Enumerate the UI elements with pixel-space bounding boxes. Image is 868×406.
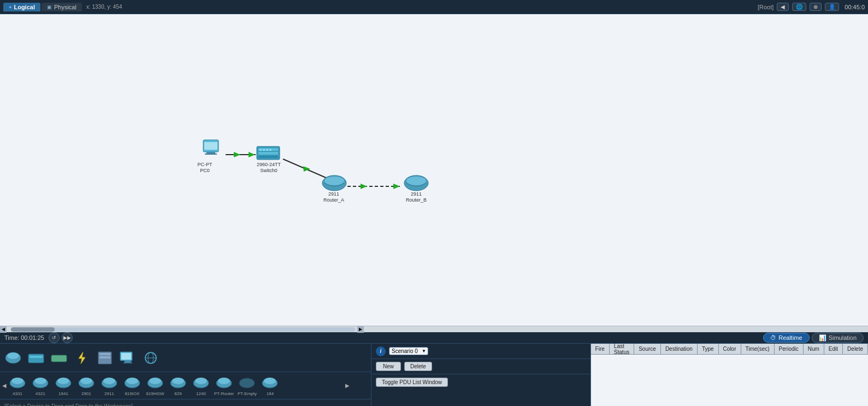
- simulation-icon: 📊: [819, 334, 826, 342]
- forward-time-button[interactable]: ▶▶: [62, 332, 73, 343]
- pdu-buttons-row: New Delete: [371, 359, 591, 374]
- svg-rect-19: [269, 149, 271, 151]
- router-1240[interactable]: 1240: [190, 374, 212, 397]
- router-4331[interactable]: 4331: [7, 374, 28, 397]
- reset-time-button[interactable]: ↺: [49, 332, 60, 343]
- scenario-dropdown-arrow: ▼: [422, 349, 426, 354]
- svg-rect-35: [125, 361, 131, 362]
- router-829[interactable]: 829: [167, 374, 189, 397]
- svg-point-62: [264, 378, 276, 384]
- svg-point-47: [80, 378, 92, 384]
- col-num: Num: [804, 344, 824, 354]
- routerA-label1: 2911: [328, 191, 339, 197]
- svg-marker-29: [79, 352, 85, 364]
- event-table-header: Fire Last Status Source Destination Type…: [591, 344, 868, 355]
- device-hint: [Select a Device to Drag and Drop to the…: [4, 403, 133, 407]
- svg-marker-6: [361, 184, 367, 189]
- logical-tab-label: Logical: [14, 4, 35, 10]
- routerB-label1: 2911: [411, 191, 422, 197]
- realtime-button[interactable]: ⏱ Realtime: [763, 333, 809, 343]
- realtime-label: Realtime: [778, 334, 802, 341]
- main-canvas: PC-PT PC0 2960-24TT Switch0 2911 Router_…: [0, 14, 868, 326]
- svg-rect-34: [121, 353, 131, 360]
- switch0-label2: Switch0: [260, 168, 277, 173]
- col-last-status: Last Status: [610, 344, 634, 354]
- category-routers[interactable]: [2, 349, 24, 367]
- col-delete: Delete: [843, 344, 868, 354]
- network-button[interactable]: ⊕: [810, 3, 822, 11]
- coords-label: x: 1330, y: 454: [86, 4, 122, 10]
- router-2911[interactable]: 2911: [98, 374, 120, 397]
- svg-point-57: [195, 378, 207, 384]
- device-icons-row: [0, 344, 371, 372]
- scroll-right-arrow[interactable]: ▶: [357, 326, 364, 333]
- router-184[interactable]: 184: [259, 374, 281, 397]
- svg-rect-16: [259, 149, 262, 151]
- scroll-thumb[interactable]: [11, 327, 55, 332]
- pc0-label2: PC0: [200, 168, 210, 173]
- pc0-label1: PC-PT: [198, 162, 213, 167]
- delete-pdu-button[interactable]: Delete: [404, 362, 432, 371]
- svg-point-21: [324, 176, 344, 185]
- device-routerA: [322, 175, 346, 191]
- pdu-panel: i Scenario 0 ▼ New Delete Toggle PDU Lis…: [371, 344, 591, 406]
- svg-rect-27: [29, 356, 43, 358]
- tab-logical[interactable]: Logical: [3, 3, 40, 11]
- router-184-label: 184: [267, 391, 274, 396]
- svg-point-41: [11, 378, 23, 384]
- scroll-track[interactable]: [11, 327, 355, 332]
- user-button[interactable]: 👤: [825, 3, 839, 11]
- category-wan[interactable]: [140, 349, 162, 367]
- router-pt[interactable]: PT-Router: [213, 374, 235, 397]
- simulation-button[interactable]: 📊 Simulation: [812, 333, 864, 343]
- svg-point-55: [172, 378, 184, 384]
- network-svg: PC-PT PC0 2960-24TT Switch0 2911 Router_…: [0, 14, 868, 326]
- canvas-scrollbar[interactable]: ◀ ▶: [0, 326, 868, 332]
- router-2901[interactable]: 2901: [75, 374, 97, 397]
- category-wireless[interactable]: [71, 349, 93, 367]
- svg-rect-11: [204, 142, 217, 150]
- svg-point-45: [57, 378, 69, 384]
- svg-rect-10: [205, 154, 217, 155]
- svg-rect-32: [99, 356, 110, 358]
- router-pt-label: PT-Router: [214, 391, 234, 396]
- router-4321[interactable]: 4321: [29, 374, 51, 397]
- svg-rect-28: [51, 355, 67, 362]
- sub-scroll-right[interactable]: ▶: [345, 383, 350, 389]
- router-pt-empty-label: PT-Empty: [238, 391, 257, 396]
- sub-scroll-left[interactable]: ◀: [2, 383, 7, 389]
- tab-physical[interactable]: Physical: [42, 3, 82, 11]
- category-end-devices[interactable]: [117, 349, 139, 367]
- scenario-row: i Scenario 0 ▼: [371, 344, 591, 359]
- top-right-controls: [Root] ◀ 🌐 ⊕ 👤 00:45:0: [758, 3, 865, 11]
- svg-point-43: [34, 378, 46, 384]
- router-819hgw[interactable]: 819HGW: [144, 374, 166, 397]
- svg-marker-2: [249, 152, 255, 157]
- svg-rect-17: [263, 149, 265, 151]
- category-hubs[interactable]: [48, 349, 70, 367]
- toggle-pdu-list-button[interactable]: Toggle PDU List Window: [376, 378, 448, 387]
- category-switches[interactable]: [25, 349, 47, 367]
- router-1941[interactable]: 1941: [52, 374, 74, 397]
- col-periodic: Periodic: [775, 344, 804, 354]
- physical-tab-label: Physical: [54, 4, 76, 10]
- router-pt-empty[interactable]: PT-Empty: [236, 374, 258, 397]
- scroll-left-arrow[interactable]: ◀: [0, 326, 7, 333]
- router-1240-label: 1240: [196, 391, 206, 396]
- svg-rect-31: [99, 353, 110, 355]
- col-type: Type: [698, 344, 719, 354]
- device-sub-row: ◀ 4331: [0, 372, 371, 399]
- col-edit: Edit: [824, 344, 843, 354]
- scenario-select[interactable]: Scenario 0 ▼: [389, 347, 428, 355]
- router-819iox[interactable]: 819IOX: [121, 374, 143, 397]
- router-819iox-label: 819IOX: [125, 391, 139, 396]
- category-servers[interactable]: [94, 349, 116, 367]
- event-table: Fire Last Status Source Destination Type…: [591, 344, 868, 406]
- new-pdu-button[interactable]: New: [376, 362, 401, 371]
- router-829-label: 829: [174, 391, 181, 396]
- svg-point-23: [406, 176, 426, 185]
- svg-rect-15: [258, 156, 278, 158]
- back-button[interactable]: ◀: [777, 3, 789, 11]
- globe-button[interactable]: 🌐: [792, 3, 806, 11]
- switch0-label1: 2960-24TT: [257, 162, 281, 167]
